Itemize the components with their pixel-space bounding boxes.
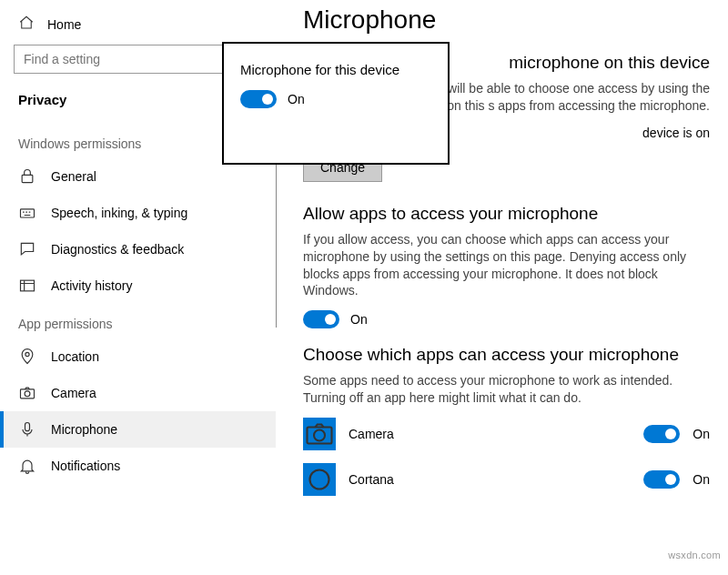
camera-icon <box>18 384 36 402</box>
sidebar-item-microphone[interactable]: Microphone <box>0 411 276 448</box>
sidebar-item-diagnostics[interactable]: Diagnostics & feedback <box>0 231 276 267</box>
sidebar-item-location[interactable]: Location <box>0 338 276 375</box>
svg-point-3 <box>25 352 29 356</box>
camera-toggle-label: On <box>693 427 710 441</box>
location-icon <box>18 348 36 366</box>
app-row-cortana: Cortana On <box>303 463 710 496</box>
group-app-permissions: App permissions <box>0 304 276 338</box>
keyboard-icon <box>18 204 36 222</box>
popup-toggle[interactable] <box>240 90 277 108</box>
svg-point-9 <box>310 470 329 489</box>
popup-toggle-label: On <box>288 92 305 106</box>
svg-rect-1 <box>21 209 35 217</box>
sidebar-item-notifications[interactable]: Notifications <box>0 448 276 484</box>
search-field[interactable] <box>24 52 248 66</box>
app-name-camera: Camera <box>349 427 631 441</box>
cortana-toggle-label: On <box>693 472 710 487</box>
activity-icon <box>18 277 36 295</box>
popup-toggle-row: On <box>240 90 431 108</box>
apps-toggle-row: On <box>303 310 710 328</box>
svg-point-5 <box>25 391 30 397</box>
choose-section-desc: Some apps need to access your microphone… <box>303 372 710 407</box>
camera-toggle[interactable] <box>643 425 680 443</box>
cortana-toggle[interactable] <box>643 470 680 489</box>
apps-section-title: Allow apps to access your microphone <box>303 204 710 224</box>
home-icon <box>18 15 35 34</box>
bell-icon <box>18 457 36 475</box>
sidebar-item-camera[interactable]: Camera <box>0 375 276 411</box>
apps-toggle[interactable] <box>303 310 339 328</box>
svg-point-8 <box>314 430 325 441</box>
sidebar-item-activity[interactable]: Activity history <box>0 267 276 304</box>
svg-rect-6 <box>25 423 30 431</box>
apps-toggle-label: On <box>350 312 368 327</box>
microphone-icon <box>18 420 36 439</box>
svg-rect-2 <box>21 280 35 291</box>
device-popup: Microphone for this device On <box>222 42 450 165</box>
camera-app-icon <box>303 418 336 450</box>
home-label: Home <box>47 17 81 32</box>
watermark: wsxdn.com <box>668 550 721 560</box>
cortana-app-icon <box>303 463 336 496</box>
sidebar-item-speech[interactable]: Speech, inking, & typing <box>0 195 276 231</box>
app-row-camera: Camera On <box>303 418 710 450</box>
search-input[interactable] <box>14 45 258 74</box>
svg-rect-0 <box>22 175 33 182</box>
popup-title: Microphone for this device <box>240 62 431 77</box>
app-name-cortana: Cortana <box>349 472 631 487</box>
apps-section-desc: If you allow access, you can choose whic… <box>303 231 710 300</box>
sidebar-item-home[interactable]: Home <box>0 9 276 45</box>
choose-section-title: Choose which apps can access your microp… <box>303 345 710 365</box>
feedback-icon <box>18 240 36 258</box>
lock-icon <box>18 167 36 186</box>
